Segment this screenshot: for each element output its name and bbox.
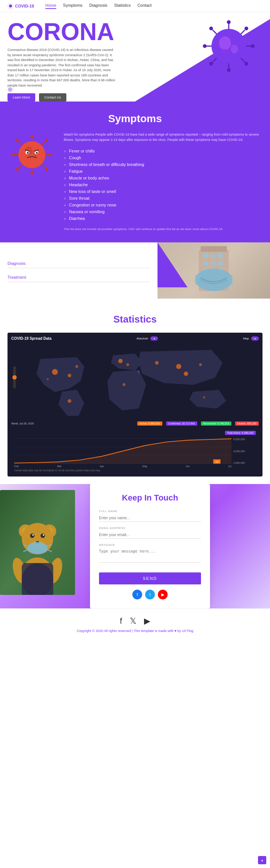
list-item: New loss of taste or smell bbox=[64, 188, 262, 195]
svg-point-49 bbox=[45, 168, 48, 171]
footer-facebook-icon[interactable]: f bbox=[120, 616, 122, 626]
diagnosis-triangle bbox=[158, 242, 188, 287]
email-label: EMAIL ADDRESS bbox=[99, 526, 201, 530]
message-label: MESSAGE bbox=[99, 543, 201, 547]
hero-description: Coronavirus disease 2019 (COVID-19) is a… bbox=[8, 48, 116, 88]
stat-confirmed: Confirmed: 16,717,842 bbox=[166, 421, 197, 426]
diagnosis-left: Diagnosis Treatment bbox=[0, 242, 158, 299]
svg-point-82 bbox=[123, 383, 126, 386]
twitter-icon[interactable]: t bbox=[145, 590, 155, 599]
form-group-name: FULL NAME bbox=[99, 509, 201, 522]
list-item: Shortness of breath or difficulty breath… bbox=[64, 161, 262, 168]
contact-us-button[interactable]: Contact Us bbox=[39, 93, 66, 102]
email-input[interactable] bbox=[99, 531, 201, 539]
diagnosis-item-1[interactable]: Diagnosis bbox=[8, 259, 150, 268]
total-active-badge: Total Active: 6,988,003 bbox=[225, 431, 256, 435]
list-item: Sore throat bbox=[64, 195, 262, 202]
list-item: Fatigue bbox=[64, 168, 262, 175]
svg-line-8 bbox=[12, 8, 13, 8]
footer: f 𝕏 ▶ Copyright © 2020 All rights reserv… bbox=[0, 608, 270, 640]
list-item: Cough bbox=[64, 154, 262, 161]
map-toggle-map: Map ● bbox=[243, 336, 259, 341]
svg-point-41 bbox=[49, 153, 52, 156]
svg-point-83 bbox=[68, 399, 71, 403]
svg-point-105 bbox=[30, 533, 34, 538]
symptoms-virus-illustration bbox=[8, 132, 56, 177]
svg-point-10 bbox=[227, 20, 231, 24]
name-input[interactable] bbox=[99, 514, 201, 522]
nav-statistics[interactable]: Statistics bbox=[114, 3, 130, 9]
nav-links: Home Symptoms Diagnosis Statistics Conta… bbox=[45, 3, 152, 9]
svg-point-80 bbox=[176, 364, 182, 369]
svg-point-55 bbox=[27, 152, 29, 154]
map-header: COVID-19 Spread Data Absolute ● Map ● bbox=[11, 336, 259, 341]
svg-rect-62 bbox=[211, 254, 215, 258]
diagnosis-section: Diagnosis Treatment bbox=[0, 242, 270, 299]
list-item: Headache bbox=[64, 181, 262, 188]
svg-point-35 bbox=[30, 135, 33, 138]
svg-point-24 bbox=[244, 62, 248, 66]
nav-logo: COVID-19 bbox=[8, 3, 34, 9]
message-textarea[interactable] bbox=[99, 548, 201, 563]
svg-point-75 bbox=[52, 369, 58, 375]
svg-point-107 bbox=[32, 534, 34, 536]
svg-line-5 bbox=[8, 4, 9, 4]
youtube-icon[interactable]: ▶ bbox=[158, 590, 168, 599]
nav-home[interactable]: Home bbox=[45, 3, 56, 9]
list-item: Muscle or body aches bbox=[64, 175, 262, 181]
diagnosis-item-2[interactable]: Treatment bbox=[8, 273, 150, 282]
symptoms-description: Watch for symptoms People with COVID-19 … bbox=[64, 132, 262, 142]
stat-active: Active: 6,988,003 bbox=[137, 421, 162, 426]
map-stats: Active: 6,988,003 Confirmed: 16,717,842 … bbox=[137, 421, 259, 426]
chart-area: Total Active: 6,988,003 6,000,000 4,000,… bbox=[11, 428, 259, 473]
svg-point-20 bbox=[244, 27, 248, 30]
footer-youtube-icon[interactable]: ▶ bbox=[144, 616, 150, 626]
svg-rect-64 bbox=[203, 261, 208, 266]
send-button[interactable]: SEND bbox=[99, 572, 201, 584]
symptoms-section: Symptoms bbox=[0, 102, 270, 242]
chart-label-jul: Jul bbox=[228, 465, 231, 468]
map-title: COVID-19 Spread Data bbox=[11, 336, 51, 341]
svg-rect-65 bbox=[211, 261, 215, 266]
nav-symptoms[interactable]: Symptoms bbox=[63, 3, 82, 9]
svg-point-22 bbox=[209, 62, 213, 66]
list-item: Diarrhea bbox=[64, 215, 262, 222]
svg-line-6 bbox=[12, 4, 13, 4]
hero-virus-image bbox=[199, 16, 259, 76]
svg-point-77 bbox=[118, 359, 123, 363]
svg-point-106 bbox=[40, 533, 45, 538]
svg-text:Jul: Jul bbox=[215, 460, 219, 463]
nav-contact[interactable]: Contact bbox=[137, 3, 152, 9]
form-group-email: EMAIL ADDRESS bbox=[99, 526, 201, 539]
svg-point-12 bbox=[227, 68, 231, 72]
navbar: COVID-19 Home Symptoms Diagnosis Statist… bbox=[0, 0, 270, 12]
svg-point-18 bbox=[209, 27, 213, 30]
svg-point-28 bbox=[222, 49, 227, 55]
svg-point-56 bbox=[36, 152, 38, 154]
footer-social: f 𝕏 ▶ bbox=[8, 616, 262, 626]
svg-point-84 bbox=[203, 396, 206, 399]
nav-diagnosis[interactable]: Diagnosis bbox=[89, 3, 107, 9]
svg-point-47 bbox=[16, 168, 19, 171]
absolute-toggle-button[interactable]: ● bbox=[150, 336, 158, 341]
svg-point-79 bbox=[155, 361, 159, 365]
svg-point-39 bbox=[12, 153, 15, 156]
svg-point-110 bbox=[27, 542, 48, 554]
svg-point-27 bbox=[231, 45, 238, 54]
svg-rect-63 bbox=[218, 254, 223, 258]
chart-label-may: May bbox=[142, 465, 147, 468]
form-group-message: MESSAGE bbox=[99, 543, 201, 564]
facebook-icon[interactable]: f bbox=[132, 590, 142, 599]
symptoms-right-panel: Watch for symptoms People with COVID-19 … bbox=[64, 132, 262, 231]
chart-label-jun: Jun bbox=[186, 465, 190, 468]
footer-twitter-icon[interactable]: 𝕏 bbox=[130, 616, 136, 626]
symptoms-content: Watch for symptoms People with COVID-19 … bbox=[8, 132, 262, 231]
symptoms-note: This list does not include all possible … bbox=[64, 227, 262, 231]
svg-point-90 bbox=[12, 375, 17, 380]
svg-point-45 bbox=[45, 139, 48, 142]
learn-more-button[interactable]: Learn More bbox=[8, 93, 35, 102]
svg-point-86 bbox=[138, 371, 140, 373]
svg-point-0 bbox=[9, 4, 12, 7]
diagnosis-right bbox=[158, 242, 270, 299]
map-toggle-button[interactable]: ● bbox=[251, 336, 259, 341]
